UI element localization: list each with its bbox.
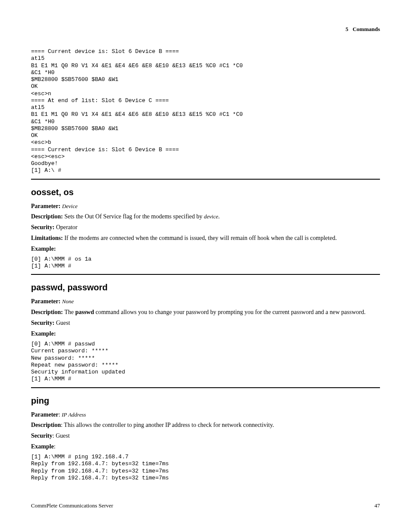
sec-value: Guest xyxy=(56,320,70,326)
running-header: 5Commands xyxy=(31,26,380,33)
desc-label: Description xyxy=(31,422,61,428)
oosset-limitations: Limitations: If the modems are connected… xyxy=(31,234,380,243)
desc-ital: device xyxy=(204,213,218,220)
passwd-example-label: Example: xyxy=(31,330,380,338)
divider xyxy=(31,274,380,275)
ex-label: Example: xyxy=(31,246,56,252)
ping-parameter: Parameter: IP Address xyxy=(31,411,380,419)
sec-value: Guest xyxy=(56,432,70,439)
sec-label: Security: xyxy=(31,320,56,326)
param-value: IP Address xyxy=(62,411,86,418)
passwd-example-code: [0] A:\MMM # passwd Current password: **… xyxy=(31,341,380,383)
param-label: Parameter xyxy=(31,411,59,418)
section-title-passwd: passwd, password xyxy=(31,283,380,292)
oosset-example-label: Example: xyxy=(31,245,380,253)
intro-code-block: ==== Current device is: Slot 6 Device B … xyxy=(31,48,380,174)
desc-label: Description: xyxy=(31,309,64,315)
desc-label: Description: xyxy=(31,213,64,220)
ex-colon: : xyxy=(54,443,56,450)
ping-description: Description: This allows the controller … xyxy=(31,421,380,429)
oosset-description: Description: Sets the Out Of Service fla… xyxy=(31,213,380,221)
oosset-security: Security: Operator xyxy=(31,224,380,232)
divider xyxy=(31,387,380,388)
desc-pre: The xyxy=(64,309,75,315)
passwd-security: Security: Guest xyxy=(31,319,380,327)
page: 5Commands ==== Current device is: Slot 6… xyxy=(0,0,411,526)
oosset-parameter: Parameter: Device xyxy=(31,202,380,211)
param-label: Parameter: xyxy=(31,203,62,209)
header-section-number: 5 xyxy=(346,26,349,32)
passwd-parameter: Parameter: None xyxy=(31,298,380,306)
desc-text-pre: Sets the Out Of Service flag for the mod… xyxy=(64,213,204,220)
sec-label: Security: xyxy=(31,224,56,230)
desc-post: command allows you to change your passwo… xyxy=(94,309,365,315)
desc-bold: passwd xyxy=(75,309,94,315)
ping-security: Security: Guest xyxy=(31,432,380,440)
ex-label: Example: xyxy=(31,330,56,337)
sec-value: Operator xyxy=(56,224,78,230)
header-section-title: Commands xyxy=(352,26,380,32)
lim-label: Limitations: xyxy=(31,235,64,241)
footer-page-number: 47 xyxy=(374,502,380,509)
passwd-description: Description: The passwd command allows y… xyxy=(31,308,380,317)
param-value: None xyxy=(62,298,74,305)
section-title-oosset: oosset, os xyxy=(31,187,380,197)
param-value: Device xyxy=(62,203,78,209)
page-footer: CommPlete Communications Server 47 xyxy=(31,502,380,509)
intro-code: ==== Current device is: Slot 6 Device B … xyxy=(31,48,380,174)
desc-end: . xyxy=(218,213,220,220)
divider xyxy=(31,179,380,180)
ex-label: Example xyxy=(31,443,54,450)
lim-value: If the modems are connected when the com… xyxy=(64,235,336,241)
sec-label: Security xyxy=(31,432,53,439)
ping-example-label: Example: xyxy=(31,443,380,451)
oosset-example-code: [0] A:\MMM # os 1a [1] A:\MMM # xyxy=(31,256,380,270)
desc-value: This allows the controller to ping anoth… xyxy=(64,422,274,428)
footer-left: CommPlete Communications Server xyxy=(31,502,113,509)
ping-example-code: [1] A:\MMM # ping 192.168.4.7 Reply from… xyxy=(31,454,380,482)
section-title-ping: ping xyxy=(31,396,380,406)
param-label: Parameter: xyxy=(31,298,62,305)
